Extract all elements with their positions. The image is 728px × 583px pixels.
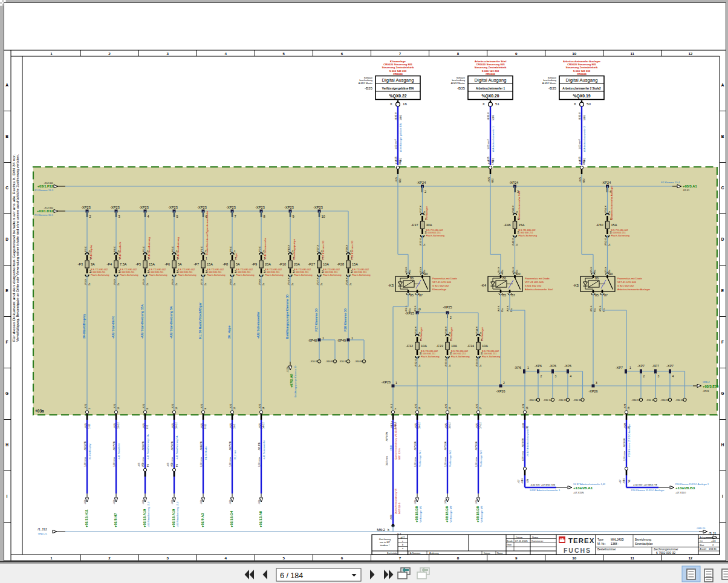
svg-text:-XP26: -XP26 (703, 390, 709, 392)
svg-text:Digital Ausgang: Digital Ausgang (475, 77, 507, 83)
svg-text:2: 2 (235, 270, 236, 273)
svg-text:-XP6: -XP6 (514, 366, 521, 370)
svg-text:GND.2: GND.2 (703, 381, 710, 383)
svg-text:3: 3 (658, 374, 660, 378)
svg-text:Verflüssiger: Verflüssiger (425, 206, 428, 220)
svg-text:-XP23: -XP23 (110, 206, 120, 209)
svg-text:2: 2 (424, 190, 426, 194)
svg-text:2,50 mm² +07-W63 /YE: 2,50 mm² +07-W63 /YE (633, 484, 657, 486)
svg-text:-K5:X: -K5:X (599, 305, 602, 312)
svg-text:-K3: -K3 (388, 284, 394, 287)
svg-text:+UB Scheinwerfer: +UB Scheinwerfer (264, 238, 267, 259)
svg-text:1: 1 (420, 307, 421, 311)
svg-text:7: 7 (399, 51, 401, 56)
svg-text:30A: 30A (426, 223, 432, 227)
svg-text:Belüftungspumpe Klemme 30: Belüftungspumpe Klemme 30 (285, 295, 289, 339)
svg-text:2,50 mm²: 2,50 mm² (258, 457, 261, 467)
svg-text:H: H (721, 443, 724, 447)
svg-text:51: 51 (495, 102, 499, 106)
svg-text:A.Arbeitsscheinwerfer 1: A.Arbeitsscheinwerfer 1 (492, 126, 495, 152)
svg-text:c: c (402, 540, 403, 542)
svg-text:Klimaanlage: Klimaanlage (432, 288, 447, 291)
svg-text:-F33:X: -F33:X (444, 327, 447, 334)
svg-text:-X25: -X25 (258, 403, 261, 409)
svg-text:-F37:X: -F37:X (419, 206, 422, 213)
svg-text:-XP23: -XP23 (81, 206, 91, 209)
svg-text:5: 5 (283, 51, 285, 56)
svg-text:-F4:X: -F4:X (113, 279, 116, 285)
svg-text:13: 13 (233, 407, 236, 409)
svg-text:B.S.711.680-002: B.S.711.680-002 (236, 269, 253, 271)
svg-text:2: 2 (293, 270, 294, 273)
svg-text:ALM12 Master: ALM12 Master (451, 82, 466, 85)
svg-text:-F3: -F3 (78, 262, 83, 266)
svg-text:4: 4 (672, 374, 674, 378)
svg-text:-XP48: -XP48 (308, 339, 317, 342)
svg-text:E: E (5, 288, 8, 293)
svg-text:2: 2 (643, 374, 645, 378)
svg-text:Anzahl: Anzahl (700, 548, 706, 550)
svg-text:2: 2 (450, 316, 452, 319)
svg-text:-F9:X: -F9:X (258, 246, 261, 253)
svg-text:-XP6: -XP6 (564, 364, 571, 368)
svg-text:6: 6 (341, 51, 343, 56)
svg-text:GND.20: GND.20 (697, 527, 705, 530)
svg-text:3: 3 (119, 215, 120, 218)
svg-text:-F46:X: -F46:X (512, 206, 515, 213)
svg-text:-F34:X: -F34:X (475, 359, 478, 367)
svg-text:8: 8 (457, 51, 460, 56)
svg-text:-F9: -F9 (252, 262, 257, 266)
svg-text:CR0000: CR0000 (393, 73, 403, 76)
svg-text:50B5: 50B5 (583, 115, 586, 120)
svg-text:+03: +03 (711, 539, 716, 542)
svg-text:-X30 84: -X30 84 (354, 360, 363, 363)
svg-text:S 821 662 032: S 821 662 032 (432, 284, 449, 287)
svg-text:5: 5 (177, 215, 178, 218)
svg-text:Verflüssiger M2: Verflüssiger M2 (449, 506, 452, 523)
svg-text:30a: 30a (608, 270, 611, 273)
svg-text:-XP7: -XP7 (637, 364, 645, 368)
svg-text:8407 918 6: 8407 918 6 (398, 449, 401, 460)
svg-text:B: B (5, 134, 8, 138)
svg-text:+01/13.A8: +01/13.A8 (259, 510, 262, 527)
svg-text:86: 86 (410, 276, 414, 280)
svg-text:15A: 15A (207, 262, 213, 266)
svg-text:Datum: Datum (484, 552, 490, 555)
svg-text:+UB Standheizung: +UB Standheizung (148, 237, 151, 259)
svg-text:-XP26: -XP26 (496, 389, 505, 393)
svg-text:Flach-Sicherung: Flach-Sicherung (323, 273, 342, 276)
svg-text:-X2b: -X2b (113, 500, 115, 504)
svg-text:86: 86 (595, 276, 599, 280)
svg-text:F28 Klemme 30: F28 Klemme 30 (351, 240, 354, 259)
svg-text:-X14: -X14 (521, 478, 524, 484)
svg-text:-F50: -F50 (596, 223, 603, 227)
svg-text:B.S.711.680-002: B.S.711.680-002 (611, 229, 628, 232)
svg-text:-X30 18: -X30 18 (646, 399, 654, 402)
svg-text:A-Nummer: A-Nummer (410, 552, 421, 555)
svg-text:-W72 BK: -W72 BK (444, 441, 447, 451)
svg-text:-XP7: -XP7 (666, 364, 674, 368)
svg-text:15A: 15A (352, 262, 358, 266)
svg-text:Flach-Sicherung: Flach-Sicherung (149, 273, 167, 276)
svg-text:86a: 86a (594, 270, 596, 273)
svg-text:1a: 1a (233, 250, 236, 253)
svg-text:1: 1 (88, 408, 91, 409)
svg-text:17 /12: 17 /12 (479, 422, 482, 429)
svg-text:-X25: -X25 (171, 403, 174, 409)
svg-text:-X25: -X25 (444, 403, 447, 409)
svg-text:-X11b: -X11b (287, 366, 289, 373)
svg-text:b: b (394, 408, 397, 409)
svg-text:B.S.711.680-002: B.S.711.680-002 (91, 269, 108, 271)
svg-text:07.11.2005: 07.11.2005 (515, 539, 528, 542)
svg-text:B.S.711.680-002: B.S.711.680-002 (294, 269, 311, 271)
svg-text:85: 85 (502, 293, 506, 297)
svg-text:X: X (483, 102, 485, 106)
svg-text:-F50:X: -F50:X (604, 238, 607, 246)
svg-text:-F34: -F34 (467, 344, 474, 348)
svg-text:30-Uhr/Display: 30-Uhr/Display (88, 444, 91, 460)
svg-text:R6: R6 (147, 464, 149, 467)
svg-text:30_Hupe: 30_Hupe (227, 325, 231, 339)
svg-text:-X25: -X25 (475, 423, 478, 429)
svg-text:-XP23: -XP23 (313, 206, 323, 209)
svg-text:Flach-Sicherung: Flach-Sicherung (91, 273, 109, 276)
